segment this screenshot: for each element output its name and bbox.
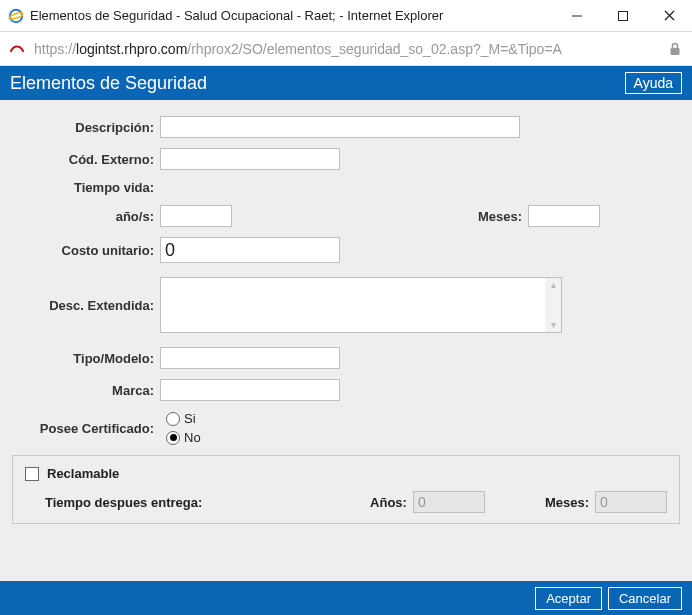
meses-input[interactable] [528, 205, 600, 227]
tiempo-vida-label: Tiempo vida: [12, 180, 160, 195]
anos-input[interactable] [160, 205, 232, 227]
meses-label: Meses: [478, 209, 528, 224]
window-minimize-button[interactable] [554, 0, 600, 32]
scroll-up-icon: ▴ [551, 278, 556, 292]
window-maximize-button[interactable] [600, 0, 646, 32]
address-url[interactable]: https://logintst.rhpro.com/rhprox2/SO/el… [32, 39, 660, 59]
desc-ext-label: Desc. Extendida: [12, 298, 160, 313]
radio-icon [166, 412, 180, 426]
tipo-input[interactable] [160, 347, 340, 369]
sub-meses-input [595, 491, 667, 513]
checkbox-icon [25, 467, 39, 481]
url-scheme: https:// [34, 41, 76, 57]
marca-label: Marca: [12, 383, 160, 398]
address-bar: https://logintst.rhpro.com/rhprox2/SO/el… [0, 32, 692, 66]
cert-radio-no[interactable]: No [166, 430, 201, 445]
desc-ext-field: ▴ ▾ [160, 277, 562, 333]
sub-anos-input [413, 491, 485, 513]
svg-line-4 [665, 11, 674, 20]
cert-radio-si[interactable]: Si [166, 411, 201, 426]
sub-anos-label: Años: [370, 495, 413, 510]
help-button[interactable]: Ayuda [625, 72, 682, 94]
reclamable-label: Reclamable [47, 466, 119, 481]
cod-externo-input[interactable] [160, 148, 340, 170]
window-titlebar: Elementos de Seguridad - Salud Ocupacion… [0, 0, 692, 32]
costo-input[interactable] [160, 237, 340, 263]
site-icon [8, 40, 26, 58]
page-header: Elementos de Seguridad Ayuda [0, 66, 692, 100]
cod-externo-label: Cód. Externo: [12, 152, 160, 167]
svg-rect-3 [619, 11, 628, 20]
descripcion-input[interactable] [160, 116, 520, 138]
window-close-button[interactable] [646, 0, 692, 32]
anos-label: año/s: [12, 209, 160, 224]
textarea-scrollbar[interactable]: ▴ ▾ [545, 278, 561, 332]
tiempo-entrega-label: Tiempo despues entrega: [25, 495, 265, 510]
svg-rect-6 [671, 48, 680, 55]
descripcion-label: Descripción: [12, 120, 160, 135]
url-host: logintst.rhpro.com [76, 41, 187, 57]
form-area: Descripción: Cód. Externo: Tiempo vida: … [0, 100, 692, 581]
ie-icon [8, 8, 24, 24]
cert-label: Posee Certificado: [12, 421, 160, 436]
tipo-label: Tipo/Modelo: [12, 351, 160, 366]
accept-button[interactable]: Aceptar [535, 587, 602, 610]
svg-line-5 [665, 11, 674, 20]
cancel-button[interactable]: Cancelar [608, 587, 682, 610]
reclamable-checkbox[interactable]: Reclamable [25, 466, 667, 481]
costo-label: Costo unitario: [12, 243, 160, 258]
reclamable-panel: Reclamable Tiempo despues entrega: Años:… [12, 455, 680, 524]
cert-no-label: No [184, 430, 201, 445]
desc-ext-textarea[interactable] [161, 278, 545, 332]
page-title: Elementos de Seguridad [10, 73, 207, 94]
window-title: Elementos de Seguridad - Salud Ocupacion… [30, 8, 443, 23]
scroll-down-icon: ▾ [551, 318, 556, 332]
url-path: /rhprox2/SO/elementos_seguridad_so_02.as… [187, 41, 562, 57]
footer-bar: Aceptar Cancelar [0, 581, 692, 615]
cert-si-label: Si [184, 411, 196, 426]
sub-meses-label: Meses: [545, 495, 595, 510]
lock-icon [666, 40, 684, 58]
marca-input[interactable] [160, 379, 340, 401]
radio-icon [166, 431, 180, 445]
